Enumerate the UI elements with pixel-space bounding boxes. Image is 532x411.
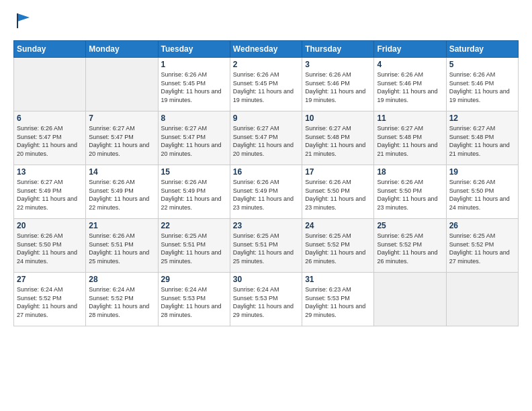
day-info: Sunrise: 6:26 AM Sunset: 5:46 PM Dayligh… — [377, 71, 443, 104]
day-number: 2 — [233, 60, 299, 69]
day-info: Sunrise: 6:24 AM Sunset: 5:52 PM Dayligh… — [89, 285, 154, 319]
day-number: 12 — [449, 113, 515, 123]
day-cell: 5Sunrise: 6:26 AM Sunset: 5:46 PM Daylig… — [446, 58, 518, 111]
day-number: 17 — [305, 167, 371, 177]
day-info: Sunrise: 6:26 AM Sunset: 5:50 PM Dayligh… — [449, 178, 515, 212]
day-info: Sunrise: 6:27 AM Sunset: 5:48 PM Dayligh… — [449, 124, 515, 158]
day-number: 26 — [449, 221, 515, 230]
weekday-header-row: SundayMondayTuesdayWednesdayThursdayFrid… — [14, 41, 519, 58]
day-info: Sunrise: 6:26 AM Sunset: 5:49 PM Dayligh… — [89, 178, 154, 212]
day-cell: 19Sunrise: 6:26 AM Sunset: 5:50 PM Dayli… — [446, 165, 518, 219]
day-cell: 15Sunrise: 6:26 AM Sunset: 5:49 PM Dayli… — [158, 165, 230, 219]
day-info: Sunrise: 6:25 AM Sunset: 5:52 PM Dayligh… — [449, 232, 515, 265]
day-cell: 11Sunrise: 6:27 AM Sunset: 5:48 PM Dayli… — [374, 111, 446, 165]
day-number: 9 — [233, 113, 299, 123]
day-info: Sunrise: 6:27 AM Sunset: 5:47 PM Dayligh… — [233, 124, 299, 158]
day-number: 14 — [89, 167, 154, 177]
calendar-page: SundayMondayTuesdayWednesdayThursdayFrid… — [0, 0, 532, 411]
day-cell: 12Sunrise: 6:27 AM Sunset: 5:48 PM Dayli… — [446, 111, 518, 165]
weekday-monday: Monday — [86, 41, 158, 58]
day-info: Sunrise: 6:27 AM Sunset: 5:47 PM Dayligh… — [161, 124, 227, 158]
weekday-saturday: Saturday — [446, 41, 518, 58]
day-cell: 4Sunrise: 6:26 AM Sunset: 5:46 PM Daylig… — [374, 58, 446, 111]
weekday-tuesday: Tuesday — [158, 41, 230, 58]
day-cell: 10Sunrise: 6:27 AM Sunset: 5:48 PM Dayli… — [302, 111, 374, 165]
day-info: Sunrise: 6:24 AM Sunset: 5:52 PM Dayligh… — [17, 285, 83, 319]
day-info: Sunrise: 6:26 AM Sunset: 5:49 PM Dayligh… — [233, 178, 299, 212]
day-info: Sunrise: 6:26 AM Sunset: 5:50 PM Dayligh… — [377, 178, 443, 212]
calendar-body: 1Sunrise: 6:26 AM Sunset: 5:45 PM Daylig… — [14, 58, 519, 326]
svg-marker-0 — [17, 13, 30, 21]
day-cell — [374, 273, 446, 326]
header — [13, 11, 519, 32]
day-number: 3 — [305, 60, 371, 69]
day-cell: 7Sunrise: 6:27 AM Sunset: 5:47 PM Daylig… — [86, 111, 158, 165]
calendar-header: SundayMondayTuesdayWednesdayThursdayFrid… — [14, 41, 519, 58]
day-number: 25 — [377, 221, 443, 230]
day-info: Sunrise: 6:26 AM Sunset: 5:50 PM Dayligh… — [17, 232, 83, 265]
day-cell — [14, 58, 86, 111]
day-cell: 6Sunrise: 6:26 AM Sunset: 5:47 PM Daylig… — [14, 111, 86, 165]
day-cell: 26Sunrise: 6:25 AM Sunset: 5:52 PM Dayli… — [446, 219, 518, 273]
day-number: 10 — [305, 113, 371, 123]
day-cell: 18Sunrise: 6:26 AM Sunset: 5:50 PM Dayli… — [374, 165, 446, 219]
day-cell: 16Sunrise: 6:26 AM Sunset: 5:49 PM Dayli… — [230, 165, 302, 219]
day-info: Sunrise: 6:24 AM Sunset: 5:53 PM Dayligh… — [161, 285, 227, 319]
day-cell: 23Sunrise: 6:25 AM Sunset: 5:51 PM Dayli… — [230, 219, 302, 273]
day-info: Sunrise: 6:27 AM Sunset: 5:48 PM Dayligh… — [305, 124, 371, 158]
day-info: Sunrise: 6:26 AM Sunset: 5:51 PM Dayligh… — [89, 232, 154, 265]
day-cell: 3Sunrise: 6:26 AM Sunset: 5:46 PM Daylig… — [302, 58, 374, 111]
calendar-table: SundayMondayTuesdayWednesdayThursdayFrid… — [13, 40, 519, 326]
day-number: 21 — [89, 221, 154, 230]
logo-flag-icon — [15, 11, 34, 30]
day-number: 27 — [17, 275, 83, 284]
day-info: Sunrise: 6:27 AM Sunset: 5:49 PM Dayligh… — [17, 178, 83, 212]
day-cell: 17Sunrise: 6:26 AM Sunset: 5:50 PM Dayli… — [302, 165, 374, 219]
day-number: 16 — [233, 167, 299, 177]
day-info: Sunrise: 6:25 AM Sunset: 5:51 PM Dayligh… — [233, 232, 299, 265]
day-info: Sunrise: 6:26 AM Sunset: 5:46 PM Dayligh… — [305, 71, 371, 104]
day-number: 11 — [377, 113, 443, 123]
day-cell: 8Sunrise: 6:27 AM Sunset: 5:47 PM Daylig… — [158, 111, 230, 165]
day-cell — [86, 58, 158, 111]
day-number: 18 — [377, 167, 443, 177]
day-number: 30 — [233, 275, 299, 284]
day-number: 8 — [161, 113, 227, 123]
day-info: Sunrise: 6:25 AM Sunset: 5:52 PM Dayligh… — [377, 232, 443, 265]
day-info: Sunrise: 6:26 AM Sunset: 5:45 PM Dayligh… — [233, 71, 299, 104]
day-number: 13 — [17, 167, 83, 177]
day-cell: 25Sunrise: 6:25 AM Sunset: 5:52 PM Dayli… — [374, 219, 446, 273]
day-cell: 13Sunrise: 6:27 AM Sunset: 5:49 PM Dayli… — [14, 165, 86, 219]
day-number: 4 — [377, 60, 443, 69]
day-info: Sunrise: 6:26 AM Sunset: 5:49 PM Dayligh… — [161, 178, 227, 212]
week-row-4: 20Sunrise: 6:26 AM Sunset: 5:50 PM Dayli… — [14, 219, 519, 273]
day-cell: 27Sunrise: 6:24 AM Sunset: 5:52 PM Dayli… — [14, 273, 86, 326]
day-cell: 31Sunrise: 6:23 AM Sunset: 5:53 PM Dayli… — [302, 273, 374, 326]
day-info: Sunrise: 6:26 AM Sunset: 5:50 PM Dayligh… — [305, 178, 371, 212]
day-cell: 30Sunrise: 6:24 AM Sunset: 5:53 PM Dayli… — [230, 273, 302, 326]
day-number: 1 — [161, 60, 227, 69]
day-cell — [446, 273, 518, 326]
day-number: 7 — [89, 113, 154, 123]
day-cell: 20Sunrise: 6:26 AM Sunset: 5:50 PM Dayli… — [14, 219, 86, 273]
week-row-1: 1Sunrise: 6:26 AM Sunset: 5:45 PM Daylig… — [14, 58, 519, 111]
day-info: Sunrise: 6:25 AM Sunset: 5:51 PM Dayligh… — [161, 232, 227, 265]
day-info: Sunrise: 6:26 AM Sunset: 5:47 PM Dayligh… — [17, 124, 83, 158]
day-number: 20 — [17, 221, 83, 230]
day-info: Sunrise: 6:26 AM Sunset: 5:46 PM Dayligh… — [449, 71, 515, 104]
day-number: 29 — [161, 275, 227, 284]
day-number: 5 — [449, 60, 515, 69]
day-cell: 1Sunrise: 6:26 AM Sunset: 5:45 PM Daylig… — [158, 58, 230, 111]
day-cell: 2Sunrise: 6:26 AM Sunset: 5:45 PM Daylig… — [230, 58, 302, 111]
logo — [13, 11, 34, 32]
day-info: Sunrise: 6:24 AM Sunset: 5:53 PM Dayligh… — [233, 285, 299, 319]
day-info: Sunrise: 6:25 AM Sunset: 5:52 PM Dayligh… — [305, 232, 371, 265]
day-cell: 21Sunrise: 6:26 AM Sunset: 5:51 PM Dayli… — [86, 219, 158, 273]
day-number: 15 — [161, 167, 227, 177]
day-cell: 24Sunrise: 6:25 AM Sunset: 5:52 PM Dayli… — [302, 219, 374, 273]
day-info: Sunrise: 6:26 AM Sunset: 5:45 PM Dayligh… — [161, 71, 227, 104]
day-number: 24 — [305, 221, 371, 230]
week-row-5: 27Sunrise: 6:24 AM Sunset: 5:52 PM Dayli… — [14, 273, 519, 326]
day-number: 19 — [449, 167, 515, 177]
day-number: 6 — [17, 113, 83, 123]
